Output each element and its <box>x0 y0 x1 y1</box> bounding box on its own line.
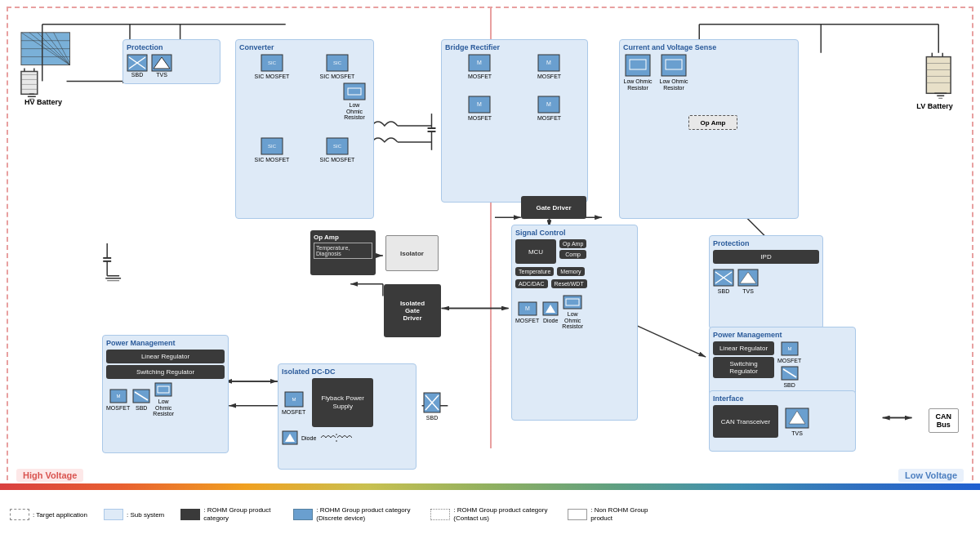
signal-control-title: Signal Control <box>515 229 634 237</box>
protection-left-title: Protection <box>127 43 216 51</box>
diagram-area: HV Battery LV Battery CAN Bus Protection… <box>7 7 973 488</box>
high-voltage-label: High Voltage <box>16 469 83 482</box>
legend-icon-white <box>568 509 587 520</box>
gate-driver-box: Gate Driver <box>521 196 586 219</box>
svg-text:SIC: SIC <box>268 60 277 65</box>
converter-title: Converter <box>239 43 370 51</box>
legend-icon-blue <box>104 509 123 520</box>
svg-text:SIC: SIC <box>333 144 342 149</box>
protection-right-subsystem: Protection IPD SBD TVS <box>709 235 823 329</box>
bridge-rectifier-title: Bridge Rectifier <box>445 43 584 51</box>
isolated-gate-driver-box: Isolated Gate Driver <box>384 284 441 337</box>
power-mgmt-left-title: Power Management <box>106 339 225 347</box>
interface-subsystem: Interface CAN Transceiver TVS <box>709 390 856 452</box>
legend-icon-medium <box>293 509 313 520</box>
svg-text:M: M <box>547 101 552 107</box>
legend-rohm-dark: : ROHM Group product category <box>180 506 277 523</box>
svg-line-71 <box>635 324 706 357</box>
can-bus-box: CAN Bus <box>929 408 960 433</box>
isolated-dc-dc-title: Isolated DC-DC <box>282 368 412 376</box>
legend-label-target-app: : Target application <box>33 511 87 519</box>
svg-line-5 <box>38 33 70 65</box>
legend-target-app: : Target application <box>10 509 87 520</box>
gradient-bar <box>0 483 980 490</box>
legend-label-rohm-dotted: : ROHM Group product category (Contact u… <box>453 506 551 523</box>
legend-label-rohm-medium: : ROHM Group product category (Discrete … <box>316 506 414 523</box>
power-mgmt-right-title: Power Management <box>713 331 852 339</box>
isolator-box: Isolator <box>385 235 439 271</box>
protection-right-title: Protection <box>713 239 819 247</box>
svg-line-6 <box>46 33 70 65</box>
bridge-rectifier-subsystem: Bridge Rectifier M MOSFET M MOSFET <box>441 39 588 203</box>
svg-rect-87 <box>344 83 365 100</box>
legend: : Target application : Sub system : ROHM… <box>0 490 980 539</box>
legend-label-subsystem: : Sub system <box>127 511 164 519</box>
svg-rect-11 <box>21 71 38 94</box>
sbd-isolated: SBD <box>423 392 441 421</box>
svg-text:M: M <box>787 346 791 351</box>
legend-icon-dashed <box>10 509 29 520</box>
svg-text:M: M <box>478 101 483 107</box>
low-voltage-label: Low Voltage <box>898 469 964 482</box>
svg-text:SIC: SIC <box>333 60 342 65</box>
op-amp-temp-box: Op Amp Temperature, Diagnosis <box>310 230 376 275</box>
svg-text:M: M <box>547 60 552 65</box>
legend-label-rohm-dark: : ROHM Group product category <box>203 506 277 523</box>
svg-text:M: M <box>116 394 120 399</box>
interface-title: Interface <box>713 394 852 403</box>
legend-non-rohm: : Non ROHM Group product <box>568 506 664 523</box>
legend-subsystem: : Sub system <box>104 509 164 520</box>
svg-rect-24 <box>926 57 951 94</box>
main-container: HV Battery LV Battery CAN Bus Protection… <box>0 0 980 539</box>
signal-control-subsystem: Signal Control MCU Op Amp Comp Temperatu… <box>511 225 638 421</box>
legend-rohm-dotted: : ROHM Group product category (Contact u… <box>430 506 551 523</box>
svg-line-3 <box>21 33 70 65</box>
current-voltage-sense-title: Current and Voltage Sense <box>623 43 795 51</box>
legend-label-non-rohm: : Non ROHM Group product <box>590 506 664 523</box>
svg-text:M: M <box>478 60 483 65</box>
svg-text:SIC: SIC <box>268 144 277 149</box>
legend-rohm-medium: : ROHM Group product category (Discrete … <box>293 506 414 523</box>
legend-icon-dark <box>180 509 200 520</box>
protection-left-subsystem: Protection SBD TVS <box>122 39 220 84</box>
lv-battery-label: LV Battery <box>912 102 957 110</box>
svg-line-7 <box>54 33 70 64</box>
converter-subsystem: Converter SIC SIC MOSFET SIC SIC MOSFET <box>235 39 374 219</box>
power-mgmt-left-subsystem: Power Management Linear Regulator Switch… <box>102 335 229 453</box>
hv-battery-label: HV Battery <box>15 98 72 106</box>
legend-icon-dotted <box>430 509 450 520</box>
svg-line-4 <box>29 33 70 65</box>
svg-text:M: M <box>525 305 530 311</box>
svg-rect-2 <box>21 33 70 65</box>
current-voltage-sense-subsystem: Current and Voltage Sense Low Ohmic Resi… <box>619 39 799 219</box>
isolated-dc-dc-subsystem: Isolated DC-DC M MOSFET Flyback Power Su… <box>278 363 416 470</box>
svg-text:M: M <box>292 397 296 402</box>
